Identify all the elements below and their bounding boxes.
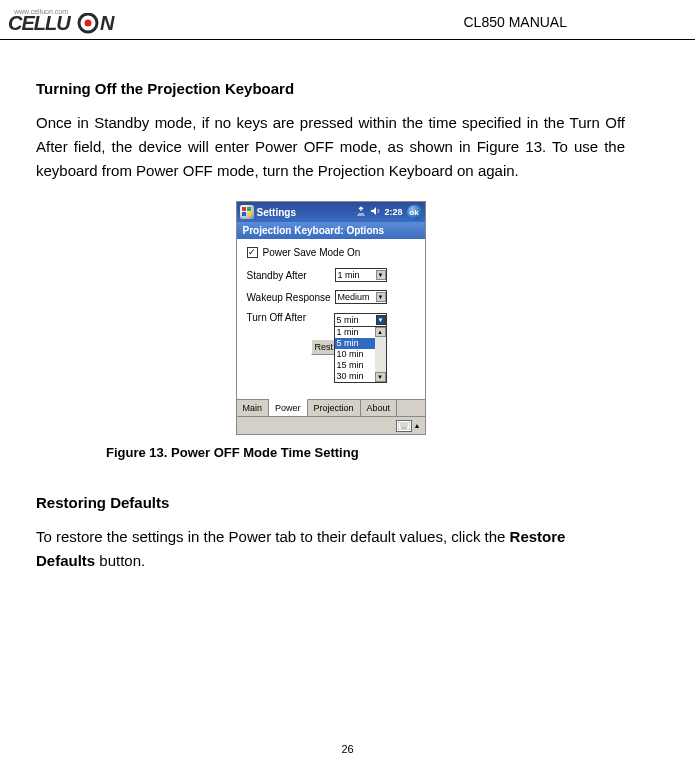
power-save-row: ✓ Power Save Mode On (247, 247, 415, 258)
turn-off-after-dropdown-open[interactable]: 5 min ▼ 1 min 5 min 10 min 15 min 30 min… (334, 313, 387, 383)
tab-main[interactable]: Main (237, 400, 270, 416)
dropdown-item[interactable]: 5 min (335, 338, 375, 349)
figure-caption: Figure 13. Power OFF Mode Time Setting (106, 445, 625, 460)
tab-power[interactable]: Power (269, 399, 308, 416)
wakeup-response-dropdown[interactable]: Medium ▼ (335, 290, 387, 304)
standby-after-label: Standby After (247, 270, 335, 281)
svg-text:CELLU: CELLU (8, 13, 71, 34)
dropdown-scrollbar[interactable]: ▲ ▼ (375, 327, 386, 382)
wakeup-response-value: Medium (338, 292, 370, 302)
speaker-icon (370, 206, 380, 218)
standby-after-value: 1 min (338, 270, 360, 280)
pda-bottombar: ▲ (237, 416, 425, 434)
pda-body: ✓ Power Save Mode On Standby After 1 min… (237, 239, 425, 399)
wakeup-response-row: Wakeup Response Medium ▼ (247, 290, 415, 304)
tab-projection[interactable]: Projection (308, 400, 361, 416)
pda-titlebar-left: Settings (240, 205, 296, 219)
svg-rect-4 (242, 207, 246, 211)
windows-start-icon[interactable] (240, 205, 254, 219)
chevron-down-icon: ▼ (376, 270, 386, 280)
scroll-track[interactable] (375, 337, 386, 372)
pda-subtitle: Projection Keyboard: Options (237, 222, 425, 239)
keyboard-arrow-icon[interactable]: ▲ (414, 422, 421, 429)
tab-about[interactable]: About (361, 400, 398, 416)
section-heading-turnoff: Turning Off the Projection Keyboard (36, 80, 625, 97)
scroll-down-icon[interactable]: ▼ (375, 372, 386, 382)
chevron-down-icon: ▼ (376, 292, 386, 302)
dropdown-header: 5 min ▼ (335, 314, 386, 327)
turn-off-after-label: Turn Off After (247, 312, 335, 323)
dropdown-item[interactable]: 10 min (335, 349, 375, 360)
logo-area: www.celluon.com CELLU N (8, 8, 138, 35)
pda-screenshot: Settings 2:28 ok Projection Keyboard: Op… (236, 201, 426, 435)
signal-icon (356, 206, 366, 218)
chevron-down-icon: ▼ (376, 315, 386, 325)
turn-off-after-row: Turn Off After (247, 312, 415, 323)
standby-after-dropdown[interactable]: 1 min ▼ (335, 268, 387, 282)
pda-time: 2:28 (384, 207, 402, 217)
svg-rect-5 (247, 207, 251, 211)
screenshot-container: Settings 2:28 ok Projection Keyboard: Op… (36, 201, 625, 435)
restoring-body-post: button. (95, 552, 145, 569)
svg-point-2 (85, 20, 92, 27)
keyboard-icon[interactable] (396, 420, 412, 432)
svg-rect-6 (242, 212, 246, 216)
content-area: Turning Off the Projection Keyboard Once… (0, 40, 695, 573)
svg-text:N: N (100, 13, 115, 34)
pda-title: Settings (257, 207, 296, 218)
ok-button[interactable]: ok (407, 205, 422, 220)
pda-tabbar: Main Power Projection About (237, 399, 425, 416)
dropdown-item[interactable]: 30 min (335, 371, 375, 382)
dropdown-items: 1 min 5 min 10 min 15 min 30 min (335, 327, 375, 382)
power-save-checkbox[interactable]: ✓ (247, 247, 258, 258)
celluon-logo: CELLU N (8, 13, 138, 35)
svg-rect-7 (247, 212, 251, 216)
pda-titlebar: Settings 2:28 ok (237, 202, 425, 222)
turn-off-after-value: 5 min (337, 315, 359, 325)
wakeup-response-label: Wakeup Response (247, 292, 335, 303)
section-body-restoring: To restore the settings in the Power tab… (36, 525, 625, 573)
standby-after-row: Standby After 1 min ▼ (247, 268, 415, 282)
dropdown-list: 1 min 5 min 10 min 15 min 30 min ▲ ▼ (335, 327, 386, 382)
document-title: CL850 MANUAL (464, 14, 568, 30)
scroll-up-icon[interactable]: ▲ (375, 327, 386, 337)
section-heading-restoring: Restoring Defaults (36, 494, 625, 511)
dropdown-item[interactable]: 15 min (335, 360, 375, 371)
dropdown-item[interactable]: 1 min (335, 327, 375, 338)
restoring-body-pre: To restore the settings in the Power tab… (36, 528, 510, 545)
section-body-turnoff: Once in Standby mode, if no keys are pre… (36, 111, 625, 183)
power-save-label: Power Save Mode On (263, 247, 361, 258)
pda-titlebar-right: 2:28 ok (356, 205, 421, 220)
page-header: www.celluon.com CELLU N CL850 MANUAL (0, 0, 695, 40)
page-number: 26 (0, 743, 695, 755)
